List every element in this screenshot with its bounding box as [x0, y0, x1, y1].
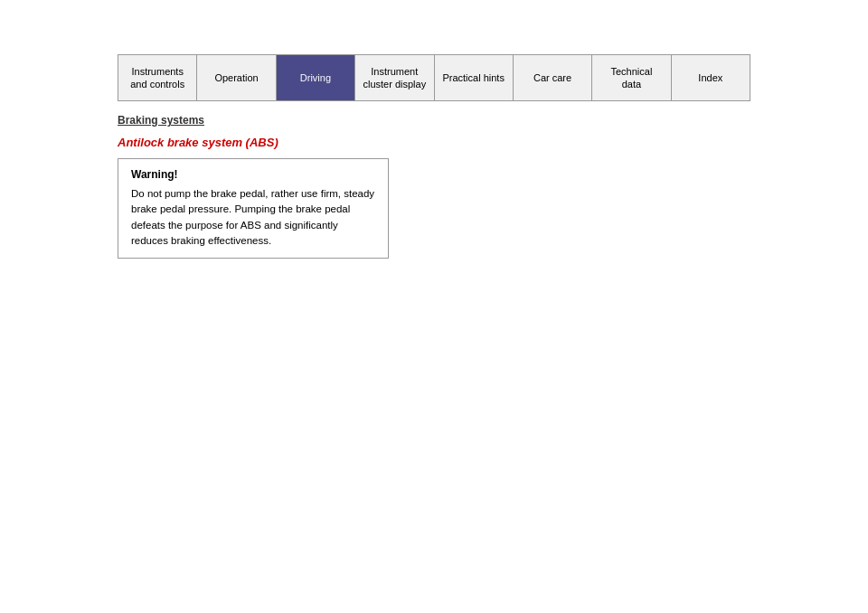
nav-item-driving[interactable]: Driving	[277, 55, 355, 100]
nav-item-operation[interactable]: Operation	[197, 55, 276, 100]
nav-label-car-care: Car care	[533, 71, 571, 84]
nav-label-index: Index	[698, 71, 722, 84]
warning-text: Do not pump the brake pedal, rather use …	[131, 186, 375, 249]
nav-label-driving: Driving	[300, 71, 331, 84]
content-area: Braking systems Antilock brake system (A…	[118, 114, 750, 259]
nav-item-instruments[interactable]: Instruments and controls	[118, 55, 197, 100]
page-container: Instruments and controls Operation Drivi…	[0, 54, 868, 613]
nav-label-instrument-cluster: Instrument cluster display	[363, 65, 426, 91]
nav-label-operation: Operation	[214, 71, 258, 84]
warning-box: Warning! Do not pump the brake pedal, ra…	[118, 158, 389, 259]
nav-item-car-care[interactable]: Car care	[514, 55, 592, 100]
nav-item-practical-hints[interactable]: Practical hints	[435, 55, 514, 100]
section-title: Braking systems	[118, 114, 750, 127]
navigation-bar: Instruments and controls Operation Drivi…	[118, 54, 750, 101]
nav-item-instrument-cluster[interactable]: Instrument cluster display	[355, 55, 434, 100]
subsection-title: Antilock brake system (ABS)	[118, 136, 750, 149]
nav-label-instruments: Instruments and controls	[130, 65, 184, 91]
nav-item-index[interactable]: Index	[672, 55, 750, 100]
nav-label-practical-hints: Practical hints	[442, 71, 504, 84]
nav-label-technical-data: Technical data	[611, 65, 653, 91]
warning-title: Warning!	[131, 168, 375, 181]
nav-item-technical-data[interactable]: Technical data	[592, 55, 671, 100]
